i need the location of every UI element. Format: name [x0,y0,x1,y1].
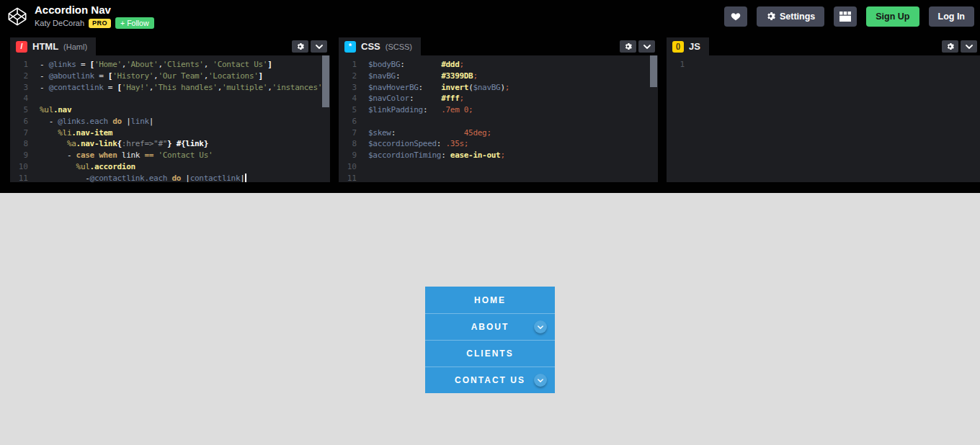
chevron-down-icon [538,325,543,329]
panel-collapse-button[interactable] [638,40,655,53]
heart-button[interactable] [724,6,747,27]
panel-title: JS [689,41,700,52]
gear-icon [296,42,304,50]
chevron-down-icon [538,379,543,382]
panel-tab-js: ()JS [667,37,709,55]
panel-header-css: *CSS(SCSS) [339,37,658,55]
accordion-toggle-button[interactable] [534,374,547,387]
login-button[interactable]: Log In [929,6,975,27]
nav-item-label: HOME [474,295,506,305]
settings-button[interactable]: Settings [757,6,824,27]
gear-icon [946,42,954,50]
preview-pane: HOMEABOUTCLIENTSCONTACT US [0,193,980,445]
layout-button[interactable] [834,6,857,27]
follow-button[interactable]: + Follow [115,17,153,29]
panel-subtitle: (Haml) [63,42,87,51]
panel-title: HTML [32,41,58,52]
chevron-down-icon [966,45,973,49]
panel-collapse-button[interactable] [311,40,327,53]
panel-html: /HTML(Haml)1234567891011- @links = ['Hom… [10,37,330,182]
panel-actions [942,37,980,55]
panel-actions [620,37,658,55]
nav-item-clients[interactable]: CLIENTS [425,340,555,367]
nav-item-label: CLIENTS [466,349,513,359]
editor-row: /HTML(Haml)1234567891011- @links = ['Hom… [0,32,980,193]
panel-actions [292,37,330,55]
accordion-toggle-button[interactable] [534,320,547,333]
nav-item-label: ABOUT [471,322,509,332]
heart-icon [731,12,741,22]
panel-settings-button[interactable] [620,40,636,53]
nav-item-about[interactable]: ABOUT [425,313,555,340]
scss-icon: * [344,41,356,53]
panel-settings-button[interactable] [942,40,958,53]
gear-icon [766,12,775,21]
panel-settings-button[interactable] [292,40,308,53]
line-numbers: 1 [667,59,690,182]
pen-title: Accordion Nav [35,4,154,16]
gear-icon [624,42,632,50]
haml-icon: / [16,41,27,53]
chevron-down-icon [316,45,323,49]
panel-title: CSS [361,41,380,52]
line-numbers: 1234567891011 [339,59,362,182]
nav-item-home[interactable]: HOME [425,287,555,313]
code-lines: $bodyBG: #ddd;$navBG: #3399DB;$navHoverB… [362,59,509,182]
top-header: Accordion Nav Katy DeCorah PRO + Follow … [0,0,980,32]
js-icon: () [672,41,684,53]
author-name[interactable]: Katy DeCorah [35,19,84,27]
panel-collapse-button[interactable] [961,40,977,53]
panel-css: *CSS(SCSS)1234567891011$bodyBG: #ddd;$na… [339,37,658,182]
panel-tab-css: *CSS(SCSS) [339,37,421,55]
scrollbar-thumb[interactable] [322,55,329,107]
code-lines: - @links = ['Home','About','Clients', 'C… [33,59,326,182]
panel-tab-html: /HTML(Haml) [10,37,96,55]
pro-badge: PRO [89,19,111,28]
signup-button[interactable]: Sign Up [866,6,919,27]
nav-item-label: CONTACT US [455,375,525,385]
panel-subtitle: (SCSS) [386,42,412,51]
code-editor-css[interactable]: 1234567891011$bodyBG: #ddd;$navBG: #3399… [339,55,658,182]
line-numbers: 1234567891011 [10,59,33,182]
panel-header-html: /HTML(Haml) [10,37,330,55]
chevron-down-icon [643,45,651,49]
code-editor-html[interactable]: 1234567891011- @links = ['Home','About',… [10,55,330,182]
panel-header-js: ()JS [667,37,980,55]
layout-grid-icon [839,12,851,22]
codepen-logo-icon[interactable] [7,6,27,27]
accordion-nav: HOMEABOUTCLIENTSCONTACT US [425,287,555,393]
code-lines [690,59,696,182]
code-editor-js[interactable]: 1 [667,55,980,182]
nav-item-contact-us[interactable]: CONTACT US [425,367,555,393]
scrollbar-thumb[interactable] [650,55,657,87]
panel-js: ()JS1 [667,37,980,182]
